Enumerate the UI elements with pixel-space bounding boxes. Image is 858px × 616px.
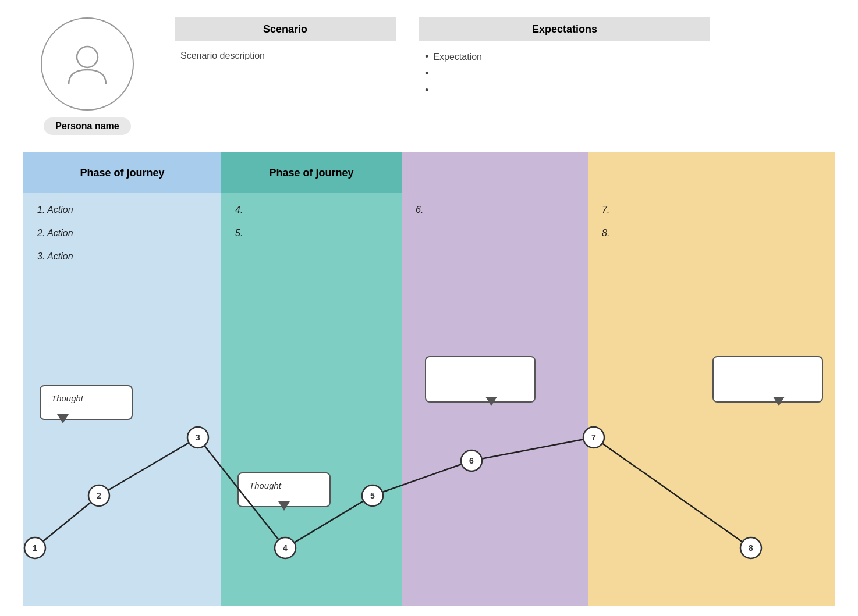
action-5: 5.: [235, 228, 388, 238]
phase-header-4: [588, 152, 835, 193]
expectations-list: Expectation: [419, 51, 710, 97]
thought-bubble-2: Thought: [237, 472, 331, 507]
expectation-item-3: [425, 84, 710, 97]
scenario-block: Scenario Scenario description: [175, 17, 396, 61]
journey-map: Phase of journey 1. Action 2. Action 3. …: [23, 152, 835, 606]
thought-bubble-1: Thought: [40, 385, 133, 420]
action-3: 3. Action: [37, 251, 207, 262]
scenario-header: Scenario: [175, 17, 396, 41]
action-4: 4.: [235, 205, 388, 215]
phase-column-1: Phase of journey 1. Action 2. Action 3. …: [23, 152, 221, 606]
page: Persona name Scenario Scenario descripti…: [0, 0, 858, 616]
svg-point-0: [77, 47, 98, 67]
thought-bubble-3: [425, 356, 536, 403]
action-6: 6.: [416, 205, 574, 215]
action-1: 1. Action: [37, 205, 207, 215]
persona-icon: [58, 35, 116, 93]
phase-column-4: 7. 8.: [588, 152, 835, 606]
phase-header-1: Phase of journey: [23, 152, 221, 193]
expectation-item-1: Expectation: [425, 51, 710, 63]
persona-name: Persona name: [44, 117, 130, 135]
phase-column-3: 6.: [402, 152, 588, 606]
phase-body-1: 1. Action 2. Action 3. Action Thought: [23, 193, 221, 606]
top-section: Persona name Scenario Scenario descripti…: [23, 17, 835, 135]
action-7: 7.: [602, 205, 821, 215]
phase-column-2: Phase of journey 4. 5. Thought: [221, 152, 402, 606]
expectation-item-2: [425, 67, 710, 80]
scenario-description: Scenario description: [175, 51, 396, 61]
persona-avatar: [41, 17, 134, 111]
phase-body-4: 7. 8.: [588, 193, 835, 606]
thought-bubble-4: [712, 356, 823, 403]
action-2: 2. Action: [37, 228, 207, 238]
phase-body-3: 6.: [402, 193, 588, 606]
expectations-header: Expectations: [419, 17, 710, 41]
phase-header-2: Phase of journey: [221, 152, 402, 193]
phase-body-2: 4. 5. Thought: [221, 193, 402, 606]
expectations-block: Expectations Expectation: [419, 17, 710, 101]
action-8: 8.: [602, 228, 821, 238]
phase-header-3: [402, 152, 588, 193]
persona-block: Persona name: [23, 17, 151, 135]
